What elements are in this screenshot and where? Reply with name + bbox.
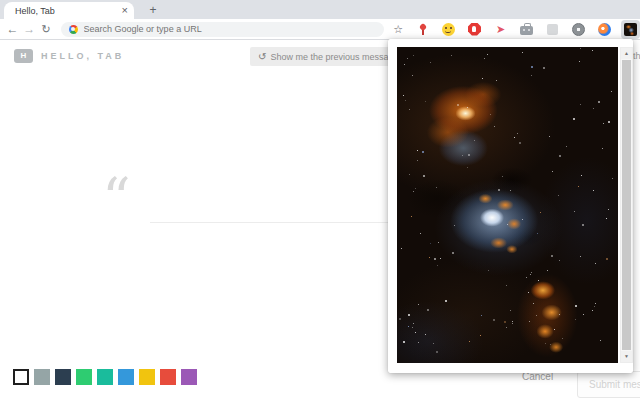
star-dot — [529, 321, 530, 322]
tab-close-icon[interactable]: × — [122, 5, 128, 16]
star-dot — [454, 225, 455, 226]
address-bar[interactable] — [61, 22, 384, 37]
star-dot — [594, 306, 595, 307]
star-dot — [462, 155, 463, 156]
star-dot — [580, 48, 581, 49]
scrollbar-thumb[interactable] — [622, 60, 631, 350]
star-dot — [602, 148, 603, 149]
star-dot — [412, 75, 413, 76]
adblock-extension-icon[interactable] — [465, 20, 484, 39]
scroll-up-icon[interactable]: ▲ — [621, 48, 632, 59]
undo-icon: ↺ — [258, 51, 266, 62]
star-dot — [514, 137, 515, 138]
quote-mark: “ — [102, 171, 131, 227]
star-dot — [408, 326, 409, 327]
clipped-header-text: th — [633, 51, 640, 61]
star-dot — [526, 277, 527, 278]
star-dot — [551, 255, 553, 257]
star-dot — [612, 178, 613, 179]
color-palette — [13, 369, 197, 385]
star-dot — [606, 258, 608, 260]
color-swatch-teal[interactable] — [97, 369, 113, 385]
star-dot — [427, 309, 429, 311]
star-dot — [457, 104, 459, 106]
star-dot — [554, 329, 555, 330]
star-dot — [487, 54, 488, 55]
star-dot — [494, 126, 495, 127]
wheel-extension-icon — [572, 23, 585, 36]
star-dot — [417, 160, 418, 161]
pin-extension-icon[interactable] — [413, 20, 432, 39]
star-dot — [531, 66, 533, 68]
wheel-extension-icon[interactable] — [569, 20, 588, 39]
extension-popup: ▲ ▼ — [388, 39, 633, 373]
google-logo-icon — [69, 25, 78, 34]
color-swatch-green[interactable] — [76, 369, 92, 385]
star-dot — [595, 303, 596, 304]
extension-icons-row: ➤ — [413, 20, 640, 39]
star-dot — [417, 150, 418, 151]
color-swatch-gray[interactable] — [34, 369, 50, 385]
star-dot — [537, 233, 538, 234]
star-dot — [496, 80, 497, 81]
star-dot — [549, 136, 550, 137]
star-dot — [517, 133, 518, 134]
arrow-extension-icon[interactable]: ➤ — [491, 20, 510, 39]
star-dot — [401, 248, 402, 249]
page-title: HELLO, TAB — [41, 51, 124, 61]
star-dot — [436, 187, 437, 188]
tab-strip: Hello, Tab × + — [0, 0, 640, 19]
briefcase-extension-icon[interactable] — [517, 20, 536, 39]
star-dot — [484, 58, 485, 59]
star-dot — [522, 52, 523, 53]
reload-icon[interactable]: ↻ — [38, 23, 55, 36]
star-dot — [600, 340, 601, 341]
globe-extension-icon[interactable] — [595, 20, 614, 39]
star-dot — [412, 327, 413, 328]
star-dot — [482, 78, 483, 79]
smiley-extension-icon — [442, 23, 455, 36]
star-dot — [575, 319, 576, 320]
faded-extension-icon[interactable] — [543, 20, 562, 39]
star-dot — [538, 280, 539, 281]
star-dot — [407, 58, 408, 59]
star-dot — [481, 315, 482, 316]
popup-scrollbar[interactable]: ▲ ▼ — [620, 47, 633, 363]
nebula-extension-icon[interactable] — [621, 20, 640, 39]
scroll-down-icon[interactable]: ▼ — [621, 351, 632, 362]
star-dot — [579, 61, 580, 62]
star-dot — [506, 285, 507, 286]
forward-icon[interactable]: → — [21, 22, 38, 36]
star-dot — [399, 318, 401, 320]
address-input[interactable] — [84, 24, 376, 34]
star-dot — [566, 146, 567, 147]
smiley-extension-icon[interactable] — [439, 20, 458, 39]
submit-message-button[interactable]: Submit message — [577, 371, 640, 398]
color-swatch-midnight[interactable] — [55, 369, 71, 385]
star-dot — [543, 67, 545, 69]
star-dot — [425, 101, 426, 102]
color-swatch-blue[interactable] — [118, 369, 134, 385]
bookmark-star-icon[interactable]: ☆ — [392, 23, 405, 36]
star-dot — [440, 258, 441, 259]
color-swatch-yellow[interactable] — [139, 369, 155, 385]
brand: H HELLO, TAB — [14, 49, 124, 63]
color-swatch-red[interactable] — [160, 369, 176, 385]
star-dot — [418, 304, 419, 305]
star-dot — [519, 142, 521, 144]
star-dot — [558, 195, 559, 196]
star-dot — [451, 55, 452, 56]
star-dot — [433, 343, 434, 344]
star-dot — [574, 211, 575, 212]
star-dot — [559, 260, 560, 261]
color-swatch-purple[interactable] — [181, 369, 197, 385]
color-swatch-white[interactable] — [13, 369, 29, 385]
star-dot — [512, 321, 513, 322]
new-tab-button[interactable]: + — [146, 3, 160, 17]
star-dot — [592, 310, 593, 311]
tab-title: Hello, Tab — [15, 6, 122, 16]
browser-tab[interactable]: Hello, Tab × — [4, 2, 134, 19]
back-icon[interactable]: ← — [4, 22, 21, 36]
star-dot — [436, 351, 438, 353]
star-dot — [611, 91, 612, 92]
